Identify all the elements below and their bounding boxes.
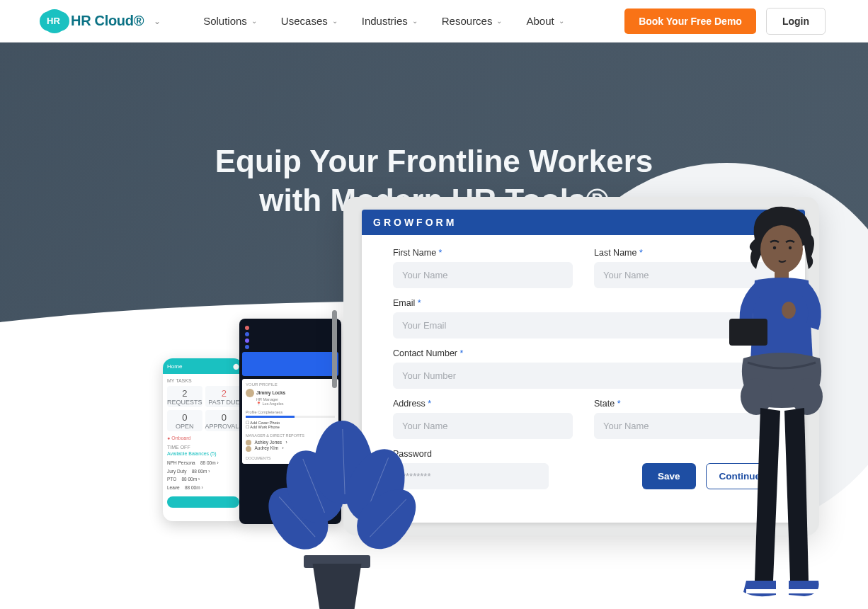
header-actions: Book Your Free Demo Login	[624, 8, 826, 35]
svg-point-2	[789, 246, 792, 249]
book-demo-button[interactable]: Book Your Free Demo	[624, 8, 756, 34]
site-header: HR HR Cloud® ⌄ Solutions⌄ Usecases⌄ Indu…	[0, 0, 868, 42]
svg-rect-10	[789, 589, 820, 593]
chevron-down-icon: ⌄	[496, 17, 502, 25]
password-label: Password	[393, 449, 549, 459]
nav-solutions[interactable]: Solutions⌄	[203, 15, 257, 27]
first-name-label: First Name *	[393, 248, 573, 258]
logo[interactable]: HR HR Cloud® ⌄	[42, 9, 161, 33]
person-illustration	[705, 198, 847, 609]
chevron-down-icon: ⌄	[559, 17, 564, 25]
first-name-input[interactable]	[393, 262, 573, 288]
chevron-down-icon: ⌄	[332, 17, 338, 25]
password-input[interactable]	[393, 463, 549, 489]
svg-point-1	[773, 246, 776, 249]
nav-industries[interactable]: Industries⌄	[362, 15, 418, 27]
save-button[interactable]: Save	[642, 463, 696, 489]
main-nav: Solutions⌄ Usecases⌄ Industries⌄ Resourc…	[203, 15, 564, 27]
logo-text: HR Cloud®	[71, 13, 144, 29]
svg-rect-6	[729, 319, 767, 346]
svg-point-0	[760, 225, 803, 273]
address-input[interactable]	[393, 413, 573, 439]
address-label: Address *	[393, 399, 573, 409]
plant-illustration	[273, 397, 414, 609]
chevron-down-icon: ⌄	[412, 17, 418, 25]
svg-point-5	[782, 302, 796, 319]
scrollbar[interactable]	[332, 310, 337, 388]
nav-about[interactable]: About⌄	[526, 15, 564, 27]
chevron-down-icon[interactable]: ⌄	[154, 16, 161, 26]
svg-rect-9	[746, 589, 776, 593]
phone-mockup: Home⬤ MY TASKS 2REQUESTS 2PAST DUE 0OPEN…	[163, 358, 244, 521]
nav-usecases[interactable]: Usecases⌄	[281, 15, 338, 27]
login-button[interactable]: Login	[766, 8, 826, 35]
nav-resources[interactable]: Resources⌄	[442, 15, 503, 27]
logo-badge-icon: HR	[42, 9, 67, 33]
chevron-down-icon: ⌄	[251, 17, 257, 25]
